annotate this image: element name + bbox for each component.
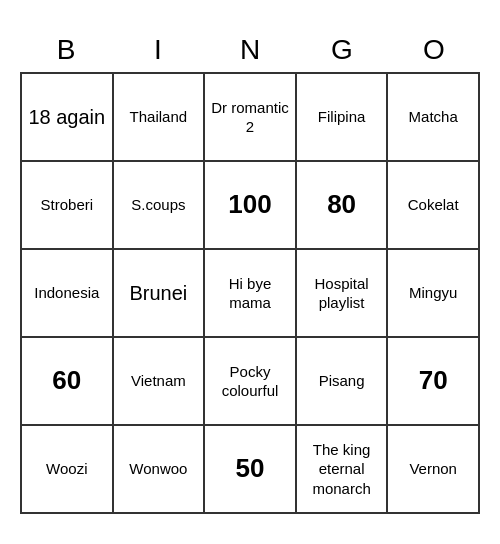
bingo-cell-4-3: The king eternal monarch	[297, 426, 389, 514]
header-letter-i: I	[112, 30, 204, 70]
bingo-cell-3-3: Pisang	[297, 338, 389, 426]
header-letter-o: O	[388, 30, 480, 70]
bingo-cell-0-0: 18 again	[22, 74, 114, 162]
bingo-cell-0-4: Matcha	[388, 74, 480, 162]
bingo-card: BINGO 18 againThailandDr romantic 2Filip…	[20, 30, 480, 514]
bingo-cell-1-2: 100	[205, 162, 297, 250]
bingo-cell-1-3: 80	[297, 162, 389, 250]
bingo-cell-4-4: Vernon	[388, 426, 480, 514]
bingo-cell-2-3: Hospital playlist	[297, 250, 389, 338]
bingo-cell-0-1: Thailand	[114, 74, 206, 162]
header-letter-b: B	[20, 30, 112, 70]
bingo-cell-0-2: Dr romantic 2	[205, 74, 297, 162]
bingo-cell-4-2: 50	[205, 426, 297, 514]
bingo-cell-1-4: Cokelat	[388, 162, 480, 250]
bingo-cell-2-1: Brunei	[114, 250, 206, 338]
bingo-cell-3-2: Pocky colourful	[205, 338, 297, 426]
bingo-cell-2-0: Indonesia	[22, 250, 114, 338]
bingo-cell-1-0: Stroberi	[22, 162, 114, 250]
bingo-cell-3-0: 60	[22, 338, 114, 426]
bingo-cell-4-1: Wonwoo	[114, 426, 206, 514]
bingo-cell-0-3: Filipina	[297, 74, 389, 162]
bingo-cell-3-4: 70	[388, 338, 480, 426]
bingo-cell-3-1: Vietnam	[114, 338, 206, 426]
bingo-cell-2-2: Hi bye mama	[205, 250, 297, 338]
bingo-cell-1-1: S.coups	[114, 162, 206, 250]
header-letter-g: G	[296, 30, 388, 70]
bingo-header: BINGO	[20, 30, 480, 70]
bingo-cell-2-4: Mingyu	[388, 250, 480, 338]
bingo-cell-4-0: Woozi	[22, 426, 114, 514]
header-letter-n: N	[204, 30, 296, 70]
bingo-grid: 18 againThailandDr romantic 2FilipinaMat…	[20, 72, 480, 514]
